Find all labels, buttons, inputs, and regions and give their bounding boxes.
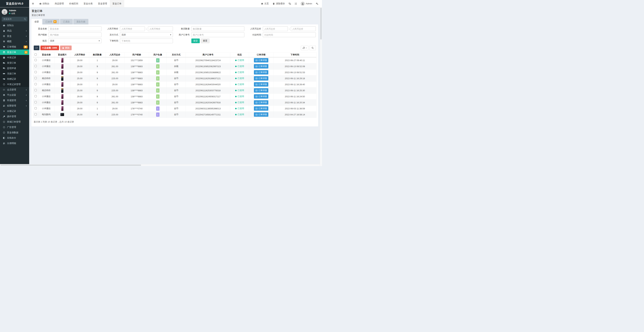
topnav-tab-goods-management[interactable]: 商品管理 [52,0,66,7]
order-time-input[interactable] [120,38,173,43]
search-icon[interactable] [24,18,26,20]
order-detail-button[interactable]: 订单详情 [254,64,268,68]
fullscreen-button[interactable] [293,0,299,7]
sidebar-item-gift-records[interactable]: 转赠记录 [0,76,29,82]
chevron-left-icon: ‹ [26,40,28,43]
row-checkbox[interactable] [34,77,37,79]
row-checkbox[interactable] [34,59,37,61]
cell-avatar: 1 [149,57,166,63]
cell-detail: 订单详情 [249,63,273,69]
clear-cache-link[interactable]: 清除缓存 [271,0,287,7]
sidebar-item-commission-detail[interactable]: 分佣明细 [0,141,29,146]
cell-detail: 订单详情 [249,99,273,106]
row-checkbox[interactable] [34,107,37,109]
user-menu[interactable]: Admin [299,0,314,7]
order-detail-button[interactable]: 订单详情 [254,88,268,93]
topnav-tab-blindbox-orders[interactable]: 盲盒订单 [110,0,124,7]
sidebar-item-plugin-management[interactable]: 插件管理 [0,114,29,119]
row-checkbox[interactable] [34,71,37,73]
sidebar-item-photos[interactable]: 晒图‹ [0,39,29,44]
buy-qty-input[interactable] [191,26,244,31]
status-badge: 已使用 [235,113,244,116]
column-search-button[interactable] [310,45,316,50]
status-badge: 已使用 [235,77,244,80]
tab-refunded[interactable]: 已退款 [60,19,73,24]
pay-time-input[interactable] [263,32,316,37]
order-detail-button[interactable]: 订单详情 [254,76,268,81]
sidebar-item-shipping-orders[interactable]: 发货订单 [0,60,29,66]
sidebar-item-goods[interactable]: 商品‹ [0,28,29,33]
topnav-tab-blindbox-management[interactable]: 盲盒管理 [96,0,110,7]
select-all-checkbox[interactable] [34,53,37,56]
sidebar-item-mall-order-management[interactable]: 商城订单管理 [0,119,29,125]
reset-button[interactable]: 重置 [201,38,210,43]
horizontal-scrollbar-thumb[interactable] [0,165,141,166]
total-amount-button[interactable]: ¥ 总金额: 1806 [40,45,59,50]
sidebar-item-recharge-orders[interactable]: 充值订单 [0,71,29,76]
delete-button[interactable]: 删除 [60,45,72,50]
sidebar-item-order-detail[interactable]: 订单明细新 [0,44,29,50]
vertical-scrollbar[interactable] [320,7,322,166]
rmb-price-min-input[interactable] [120,26,145,31]
pay-method-select[interactable]: 选择▼ [120,32,173,37]
rmb-total-min-input[interactable] [263,26,288,31]
tab-used[interactable]: 已使用8 [42,19,60,24]
submit-button[interactable]: 提交 [191,38,200,43]
sidebar-item-permission-management[interactable]: 权限管理‹ [0,103,29,109]
filter-pay-time: 付款时间 [248,32,316,37]
row-checkbox[interactable] [34,113,37,115]
sidebar-item-platform-settings[interactable]: 平台设置‹ [0,92,29,98]
sidebar-item-prize-record-management[interactable]: 中奖记录管理 [0,82,29,87]
tab-all[interactable]: 全部 [31,19,42,24]
order-detail-button[interactable]: 订单详情 [254,100,268,105]
sidebar-toggle-button[interactable] [29,0,36,7]
sidebar-item-blindbox-fake-data[interactable]: 盲盒假数据 [0,130,29,135]
vertical-scrollbar-thumb[interactable] [320,8,322,39]
status-select[interactable]: 选择▼ [48,38,102,43]
row-checkbox[interactable] [34,95,37,97]
sidebar-item-online-command[interactable]: 在线命令 [0,135,29,141]
home-link[interactable]: 主页 [259,0,271,7]
merchant-order-no-input[interactable] [191,32,244,37]
topnav-tab-blindbox-category[interactable]: 盲盒分类 [81,0,96,7]
status-dot-icon [235,114,237,115]
sidebar-item-member-management[interactable]: 会员管理‹ [0,87,29,92]
horizontal-scrollbar[interactable] [0,164,320,166]
order-detail-button[interactable]: 订单详情 [254,106,268,111]
app-logo[interactable]: 盲盒后台V6.0 [0,0,29,7]
sidebar-item-balance-records[interactable]: ¥余额记录 [0,109,29,114]
row-checkbox[interactable] [34,101,37,103]
filter-label: 购买数量 [176,27,191,30]
topnav-tab-price-range[interactable]: 价格区间 [66,0,81,7]
sidebar-item-prize-records[interactable]: 中奖记录 [0,55,29,60]
order-detail-button[interactable]: 订单详情 [254,82,268,87]
user-nick-input[interactable] [48,32,102,37]
tab-refund-failed[interactable]: 退款失败 [73,19,88,24]
status-badge: 已使用 [235,59,244,62]
sidebar-item-ad-management[interactable]: 广告管理 [0,125,29,130]
sidebar-item-dashboard[interactable]: 控制台 [0,23,29,28]
rmb-price-max-input[interactable] [148,26,173,31]
order-detail-button[interactable]: 订单详情 [254,112,268,117]
box-name-input[interactable] [48,26,102,31]
row-checkbox[interactable] [34,65,37,67]
row-checkbox[interactable] [34,89,37,91]
search-input[interactable] [2,17,28,21]
sidebar-item-blindbox[interactable]: 盲盒‹ [0,33,29,39]
export-button[interactable] [301,45,308,50]
refresh-button[interactable] [34,45,40,50]
sidebar-item-blindbox-orders[interactable]: 盲盒订单8 [0,50,29,55]
translate-button[interactable] [287,0,293,7]
topnav-tab-dashboard[interactable]: 控制台 [36,0,52,7]
order-detail-button[interactable]: 订单详情 [254,58,268,62]
sidebar-item-withdrawal-requests[interactable]: 提现申请 [0,66,29,71]
cell-qty: 9 [89,112,105,118]
cell-box-name: 电玩数码 [38,112,54,118]
row-checkbox[interactable] [34,83,37,85]
rmb-total-max-input[interactable] [291,26,316,31]
sidebar-item-general-management[interactable]: 常规管理‹ [0,98,29,103]
table-body: 小米爆款29.00129.00151****28591金币20220627094… [33,57,316,118]
order-detail-button[interactable]: 订单详情 [254,70,268,74]
settings-button[interactable] [314,0,320,7]
order-detail-button[interactable]: 订单详情 [254,94,268,99]
